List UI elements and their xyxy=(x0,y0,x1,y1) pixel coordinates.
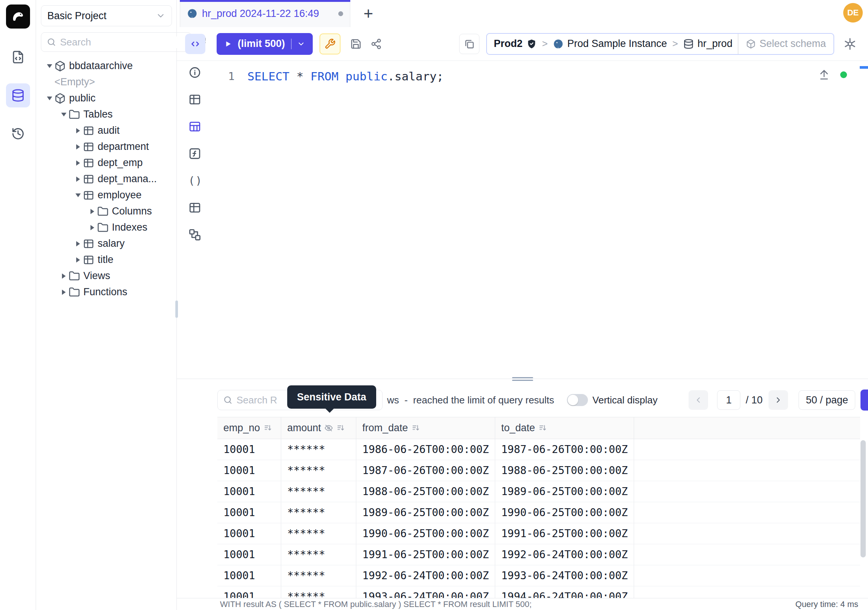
result-row[interactable]: 10001******1990-06-25T00:00:00Z1991-06-2… xyxy=(217,523,860,544)
cell-to-date[interactable]: 1989-06-25T00:00:00Z xyxy=(495,481,634,502)
tree-item-public[interactable]: public xyxy=(41,90,172,106)
schema-diagram-icon[interactable] xyxy=(189,228,201,241)
cell-from-date[interactable]: 1993-06-24T00:00:00Z xyxy=(356,586,495,598)
cell-from-date[interactable]: 1990-06-25T00:00:00Z xyxy=(356,523,495,544)
results-scrollbar[interactable] xyxy=(860,440,866,557)
cell-amount[interactable]: ****** xyxy=(281,523,356,544)
cell-from-date[interactable]: 1992-06-24T00:00:00Z xyxy=(356,565,495,586)
column-header-from-date[interactable]: from_date xyxy=(356,417,495,439)
sidebar-search-input[interactable] xyxy=(60,36,186,48)
tree-item-department[interactable]: department xyxy=(41,139,172,155)
cell-to-date[interactable]: 1988-06-25T00:00:00Z xyxy=(495,460,634,481)
tree-item-empty[interactable]: <Empty> xyxy=(41,74,172,90)
cell-from-date[interactable]: 1987-06-26T00:00:00Z xyxy=(356,460,495,481)
caret-down-icon[interactable] xyxy=(45,64,54,68)
edge-panel-button[interactable] xyxy=(860,390,868,411)
caret-down-icon[interactable] xyxy=(59,113,69,116)
ai-assistant-button[interactable] xyxy=(840,34,860,54)
cell-emp-no[interactable]: 10001 xyxy=(217,565,281,586)
cell-emp-no[interactable]: 10001 xyxy=(217,481,281,502)
tree-item-bbdataarchive[interactable]: bbdataarchive xyxy=(41,58,172,74)
caret-right-icon[interactable] xyxy=(73,257,83,262)
caret-right-icon[interactable] xyxy=(73,160,83,166)
caret-right-icon[interactable] xyxy=(73,128,83,133)
tree-item-salary[interactable]: salary xyxy=(41,236,172,251)
environment-segment[interactable]: Prod2 xyxy=(487,38,542,50)
caret-right-icon[interactable] xyxy=(73,144,83,149)
cell-from-date[interactable]: 1988-06-25T00:00:00Z xyxy=(356,481,495,502)
tree-item-functions[interactable]: Functions xyxy=(41,284,172,300)
cell-amount[interactable]: ****** xyxy=(281,439,356,460)
procedure-icon[interactable]: () xyxy=(189,174,201,187)
tree-item-columns[interactable]: Columns xyxy=(41,203,172,219)
sql-editor[interactable]: 1 SELECT * FROM public.salary; xyxy=(213,61,868,379)
caret-right-icon[interactable] xyxy=(73,241,83,247)
caret-right-icon[interactable] xyxy=(59,290,69,295)
new-tab-button[interactable]: + xyxy=(359,5,377,23)
panel-splitter[interactable] xyxy=(177,379,868,383)
cell-from-date[interactable]: 1986-06-26T00:00:00Z xyxy=(356,439,495,460)
sidebar-search[interactable] xyxy=(41,32,191,52)
result-row[interactable]: 10001******1993-06-24T00:00:00Z1994-06-2… xyxy=(217,586,860,598)
caret-down-icon[interactable] xyxy=(73,194,83,197)
caret-right-icon[interactable] xyxy=(87,209,97,214)
caret-right-icon[interactable] xyxy=(87,225,97,230)
share-button[interactable] xyxy=(367,35,385,53)
code-line[interactable]: 1 SELECT * FROM public.salary; xyxy=(213,68,868,85)
tree-item-views[interactable]: Views xyxy=(41,268,172,284)
result-row[interactable]: 10001******1991-06-25T00:00:00Z1992-06-2… xyxy=(217,544,860,565)
cell-to-date[interactable]: 1993-06-24T00:00:00Z xyxy=(495,565,634,586)
instance-segment[interactable]: Prod Sample Instance xyxy=(548,38,673,50)
cell-amount[interactable]: ****** xyxy=(281,544,356,565)
cell-from-date[interactable]: 1991-06-25T00:00:00Z xyxy=(356,544,495,565)
page-number-input[interactable] xyxy=(717,390,740,410)
tree-item-dept-emp[interactable]: dept_emp xyxy=(41,155,172,171)
result-row[interactable]: 10001******1989-06-25T00:00:00Z1990-06-2… xyxy=(217,502,860,523)
cell-emp-no[interactable]: 10001 xyxy=(217,439,281,460)
worksheet-tab[interactable]: hr_prod 2024-11-22 16:49 xyxy=(180,0,350,27)
result-row[interactable]: 10001******1988-06-25T00:00:00Z1989-06-2… xyxy=(217,481,860,502)
cell-to-date[interactable]: 1992-06-24T00:00:00Z xyxy=(495,544,634,565)
schema-selector[interactable]: Select schema xyxy=(738,34,834,54)
cell-emp-no[interactable]: 10001 xyxy=(217,502,281,523)
info-icon[interactable] xyxy=(189,66,201,79)
external-table-icon[interactable] xyxy=(189,201,201,214)
format-button[interactable] xyxy=(459,34,479,54)
cell-emp-no[interactable]: 10001 xyxy=(217,460,281,481)
cell-amount[interactable]: ****** xyxy=(281,502,356,523)
cell-amount[interactable]: ****** xyxy=(281,460,356,481)
connection-breadcrumb[interactable]: Prod2 > Prod Sample Instance > xyxy=(486,33,834,55)
page-size-select[interactable]: 50 / page xyxy=(798,390,855,410)
cell-emp-no[interactable]: 10001 xyxy=(217,523,281,544)
cell-to-date[interactable]: 1994-06-24T00:00:00Z xyxy=(495,586,634,598)
tree-item-title[interactable]: title xyxy=(41,251,172,268)
database-segment[interactable]: hr_prod xyxy=(678,38,738,50)
editor-scroll-indicator[interactable] xyxy=(860,66,868,69)
save-button[interactable] xyxy=(347,35,364,53)
cell-amount[interactable]: ****** xyxy=(281,586,356,598)
tree-item-employee[interactable]: employee xyxy=(41,187,172,203)
splitter-handle-icon[interactable] xyxy=(512,376,533,382)
cell-to-date[interactable]: 1990-06-25T00:00:00Z xyxy=(495,502,634,523)
sql-editor-icon[interactable] xyxy=(6,45,30,69)
caret-down-icon[interactable] xyxy=(45,96,54,100)
sidebar-resize-handle[interactable] xyxy=(175,301,178,318)
cell-from-date[interactable]: 1989-06-25T00:00:00Z xyxy=(356,502,495,523)
bytebase-logo[interactable] xyxy=(6,5,30,28)
history-icon[interactable] xyxy=(6,122,30,146)
result-row[interactable]: 10001******1987-06-26T00:00:00Z1988-06-2… xyxy=(217,460,860,481)
cell-to-date[interactable]: 1991-06-25T00:00:00Z xyxy=(495,523,634,544)
run-query-button[interactable]: (limit 500) xyxy=(217,33,313,55)
result-row[interactable]: 10001******1986-06-26T00:00:00Z1987-06-2… xyxy=(217,439,860,460)
database-icon[interactable] xyxy=(6,83,30,107)
column-header-emp-no[interactable]: emp_no xyxy=(217,417,281,439)
code-panel-toggle[interactable] xyxy=(185,34,205,54)
tables-icon[interactable] xyxy=(189,93,201,106)
caret-right-icon[interactable] xyxy=(59,273,69,279)
column-header-amount[interactable]: amount xyxy=(281,417,356,439)
export-icon[interactable] xyxy=(818,69,830,81)
cell-emp-no[interactable]: 10001 xyxy=(217,544,281,565)
cell-amount[interactable]: ****** xyxy=(281,565,356,586)
tree-item-indexes[interactable]: Indexes xyxy=(41,219,172,236)
chevron-down-icon[interactable] xyxy=(297,40,305,48)
